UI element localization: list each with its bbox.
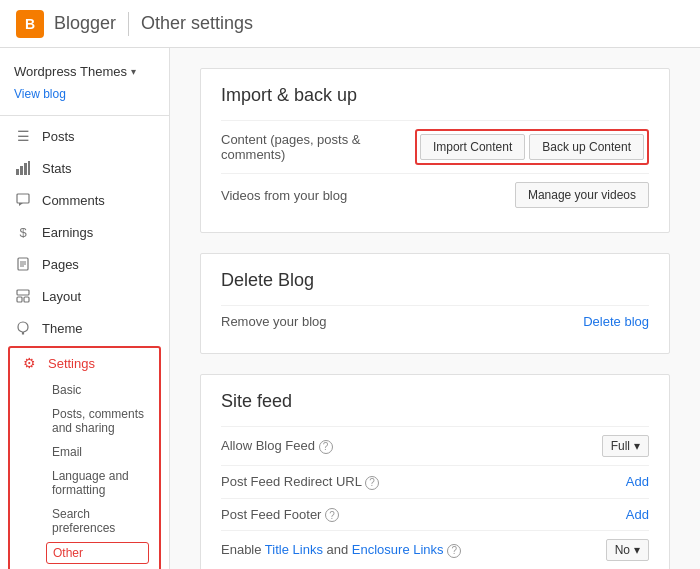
sidebar-sub-posts-comments[interactable]: Posts, comments and sharing <box>10 402 159 440</box>
sidebar-item-pages[interactable]: Pages <box>0 248 169 280</box>
sidebar-divider <box>0 115 169 116</box>
import-content-button[interactable]: Import Content <box>420 134 525 160</box>
settings-gear-icon: ⚙ <box>20 354 38 372</box>
sidebar-item-posts[interactable]: ☰ Posts <box>0 120 169 152</box>
manage-videos-button[interactable]: Manage your videos <box>515 182 649 208</box>
settings-section-box: ⚙ Settings Basic Posts, comments and sha… <box>8 346 161 569</box>
allow-blog-feed-label: Allow Blog Feed ? <box>221 438 586 454</box>
videos-row-label: Videos from your blog <box>221 188 499 203</box>
sidebar-item-label: Comments <box>42 193 105 208</box>
post-feed-redirect-actions: Add <box>626 474 649 489</box>
app-name: Blogger <box>54 13 116 34</box>
sidebar-item-stats[interactable]: Stats <box>0 152 169 184</box>
svg-rect-10 <box>17 290 29 295</box>
sidebar-item-label: Settings <box>48 356 95 371</box>
theme-icon <box>14 319 32 337</box>
pages-icon <box>14 255 32 273</box>
section-delete-blog: Delete Blog Remove your blog Delete blog <box>200 253 670 354</box>
title-links-row: Enable Title Links and Enclosure Links ?… <box>221 530 649 569</box>
page-title: Other settings <box>141 13 253 34</box>
post-feed-redirect-row: Post Feed Redirect URL ? Add <box>221 465 649 498</box>
sidebar-sub-other[interactable]: Other <box>46 542 149 564</box>
svg-marker-5 <box>19 203 23 206</box>
chevron-down-icon: ▾ <box>634 439 640 453</box>
section-import-backup: Import & back up Content (pages, posts &… <box>200 68 670 233</box>
remove-blog-label: Remove your blog <box>221 314 567 329</box>
sidebar-item-layout[interactable]: Layout <box>0 280 169 312</box>
post-feed-footer-row: Post Feed Footer ? Add <box>221 498 649 531</box>
post-feed-redirect-help[interactable]: ? <box>365 476 379 490</box>
section-title-sitefeed: Site feed <box>221 391 649 412</box>
chevron-down-icon: ▾ <box>131 66 136 77</box>
videos-row: Videos from your blog Manage your videos <box>221 173 649 216</box>
post-feed-footer-actions: Add <box>626 507 649 522</box>
svg-rect-1 <box>20 166 23 175</box>
sidebar: Wordpress Themes ▾ View blog ☰ Posts Sta… <box>0 48 170 569</box>
sidebar-sub-language[interactable]: Language and formatting <box>10 464 159 502</box>
blogger-logo[interactable]: B <box>16 10 44 38</box>
manage-videos-actions: Manage your videos <box>515 182 649 208</box>
post-feed-footer-help[interactable]: ? <box>325 508 339 522</box>
posts-icon: ☰ <box>14 127 32 145</box>
layout: Wordpress Themes ▾ View blog ☰ Posts Sta… <box>0 48 700 569</box>
blog-selector[interactable]: Wordpress Themes ▾ <box>0 58 169 85</box>
layout-icon <box>14 287 32 305</box>
main-content: Import & back up Content (pages, posts &… <box>170 48 700 569</box>
view-blog-link[interactable]: View blog <box>0 85 169 111</box>
section-title-import: Import & back up <box>221 85 649 106</box>
sidebar-sub-search[interactable]: Search preferences <box>10 502 159 540</box>
sidebar-item-label: Pages <box>42 257 79 272</box>
sidebar-item-comments[interactable]: Comments <box>0 184 169 216</box>
sidebar-item-theme[interactable]: Theme <box>0 312 169 344</box>
post-feed-redirect-label: Post Feed Redirect URL ? <box>221 474 610 490</box>
title-links-help[interactable]: ? <box>447 544 461 558</box>
svg-rect-12 <box>24 297 29 302</box>
title-links-actions: No ▾ <box>606 539 649 561</box>
backup-content-button[interactable]: Back up Content <box>529 134 644 160</box>
post-feed-redirect-add[interactable]: Add <box>626 474 649 489</box>
post-feed-footer-label: Post Feed Footer ? <box>221 507 610 523</box>
content-row-label: Content (pages, posts & comments) <box>221 132 399 162</box>
allow-blog-feed-help[interactable]: ? <box>319 440 333 454</box>
sidebar-item-label: Stats <box>42 161 72 176</box>
section-title-delete: Delete Blog <box>221 270 649 291</box>
delete-blog-actions: Delete blog <box>583 314 649 329</box>
post-feed-footer-add[interactable]: Add <box>626 507 649 522</box>
sidebar-item-settings[interactable]: ⚙ Settings <box>10 348 159 378</box>
section-site-feed: Site feed Allow Blog Feed ? Full ▾ Post … <box>200 374 670 569</box>
svg-rect-2 <box>24 163 27 175</box>
header: B Blogger Other settings <box>0 0 700 48</box>
sidebar-item-label: Layout <box>42 289 81 304</box>
sidebar-item-earnings[interactable]: $ Earnings <box>0 216 169 248</box>
sidebar-item-label: Posts <box>42 129 75 144</box>
content-row: Content (pages, posts & comments) Import… <box>221 120 649 173</box>
svg-rect-3 <box>28 161 30 175</box>
delete-blog-link[interactable]: Delete blog <box>583 314 649 329</box>
allow-blog-feed-row: Allow Blog Feed ? Full ▾ <box>221 426 649 465</box>
svg-rect-4 <box>17 194 29 203</box>
allow-blog-feed-actions: Full ▾ <box>602 435 649 457</box>
earnings-icon: $ <box>14 223 32 241</box>
sidebar-item-label: Theme <box>42 321 82 336</box>
svg-rect-11 <box>17 297 22 302</box>
stats-icon <box>14 159 32 177</box>
chevron-down-icon: ▾ <box>634 543 640 557</box>
header-divider <box>128 12 129 36</box>
sidebar-sub-email[interactable]: Email <box>10 440 159 464</box>
comments-icon <box>14 191 32 209</box>
sidebar-sub-basic[interactable]: Basic <box>10 378 159 402</box>
svg-rect-0 <box>16 169 19 175</box>
remove-blog-row: Remove your blog Delete blog <box>221 305 649 337</box>
import-backup-buttons: Import Content Back up Content <box>415 129 649 165</box>
sidebar-item-label: Earnings <box>42 225 93 240</box>
title-links-select[interactable]: No ▾ <box>606 539 649 561</box>
allow-blog-feed-select[interactable]: Full ▾ <box>602 435 649 457</box>
title-links-label: Enable Title Links and Enclosure Links ? <box>221 542 590 558</box>
